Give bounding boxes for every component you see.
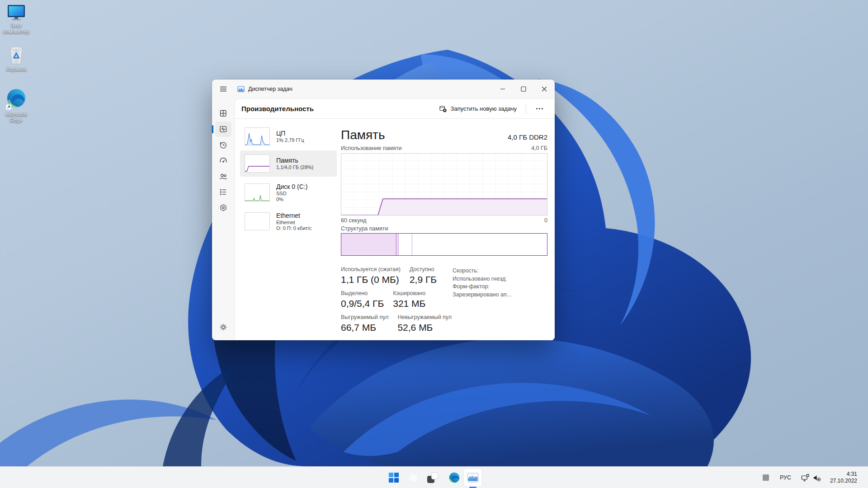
memory-capacity: 4,0 ГБ DDR2 (508, 132, 547, 142)
sidebar-item-startup-apps[interactable] (215, 153, 231, 169)
perf-item-name: Ethernet (276, 212, 311, 220)
page-header: Производительность Запустить новую задач… (235, 99, 555, 119)
minimize-icon (500, 86, 505, 92)
memory-composition-bar (341, 233, 547, 256)
composition-label: Структура памяти (341, 225, 388, 232)
disk-sparkline (245, 183, 270, 202)
ethernet-sparkline (245, 212, 270, 230)
task-view-button[interactable] (424, 469, 442, 487)
task-view-icon (427, 472, 439, 483)
memory-sparkline (245, 155, 270, 173)
memory-usage-graph (341, 153, 547, 216)
sidebar-item-processes[interactable] (215, 106, 231, 121)
close-icon (542, 86, 547, 92)
search-button[interactable] (404, 469, 422, 487)
menu-button[interactable] (216, 82, 231, 96)
stat-value: 0,9/5,4 ГБ (341, 298, 384, 310)
composition-segment-free (412, 234, 547, 255)
header-divider (526, 104, 526, 114)
info-label: Зарезервировано ап... (453, 291, 511, 299)
perf-item-cpu[interactable]: ЦП 1% 2,79 ГГц (240, 124, 337, 149)
clock[interactable]: 4:31 27.10.2022 (828, 469, 859, 486)
stat-value: 66,7 МБ (341, 322, 388, 333)
run-new-task-icon (439, 105, 447, 113)
run-new-task-label: Запустить новую задачу (451, 105, 517, 112)
sidebar-item-details[interactable] (215, 184, 231, 200)
graph-max-label: 4,0 ГБ (531, 145, 547, 151)
run-new-task-button[interactable]: Запустить новую задачу (434, 102, 521, 116)
more-options-icon (536, 108, 538, 109)
app-history-icon (219, 141, 228, 150)
perf-item-detail: 1,1/4,0 ГБ (28%) (276, 164, 313, 170)
perf-item-detail: SSD (276, 191, 307, 197)
clock-time: 4:31 (830, 471, 857, 478)
axis-right-label: 0 (544, 217, 547, 224)
edge-taskbar-button[interactable] (445, 469, 463, 487)
info-label: Форм-фактор: (453, 283, 511, 291)
perf-item-detail: О: 0 П: 0 кбит/с (276, 225, 311, 231)
memory-detail-pane: Память 4,0 ГБ DDR2 Использование памяти … (341, 119, 547, 340)
edge-icon (448, 472, 460, 483)
clock-date: 27.10.2022 (830, 478, 857, 484)
hamburger-icon (219, 84, 228, 94)
language-indicator[interactable]: РУС (777, 473, 794, 483)
stat-label: Выгружаемый пул (341, 314, 388, 321)
stat-label: Выделено (341, 290, 384, 297)
task-manager-window: Диспетчер задач (212, 80, 555, 340)
perf-item-name: ЦП (276, 130, 304, 137)
perf-item-ethernet[interactable]: Ethernet Ethernet О: 0 П: 0 кбит/с (240, 207, 337, 235)
info-label: Скорость: (453, 267, 511, 275)
desktop: Этот компьютер Корзина (0, 0, 868, 488)
desktop-icon-label: Microsoft Edge (1, 112, 32, 123)
desktop-icon-recycle-bin[interactable]: Корзина (1, 45, 32, 72)
system-tray: РУС 4:31 27.10.2022 (760, 467, 859, 488)
startup-apps-icon (219, 156, 228, 165)
perf-item-detail: Ethernet (276, 220, 311, 225)
more-options-button[interactable] (531, 103, 548, 114)
memory-title: Память (341, 128, 385, 142)
recycle-bin-icon (1, 45, 32, 65)
stat-label: Невыгружаемый пул (397, 314, 452, 321)
task-manager-icon (467, 472, 479, 483)
this-pc-icon (1, 5, 32, 22)
tray-status-icons[interactable] (799, 472, 823, 483)
stat-value: 1,1 ГБ (0 МБ) (341, 274, 401, 286)
windows-start-icon (388, 472, 399, 483)
desktop-icon-this-pc[interactable]: Этот компьютер (1, 5, 32, 35)
perf-item-detail: 1% 2,79 ГГц (276, 137, 304, 143)
sidebar-item-settings[interactable] (215, 319, 231, 335)
stat-value: 321 МБ (393, 298, 425, 310)
perf-item-detail: 0% (276, 197, 307, 202)
task-manager-app-icon (237, 85, 245, 93)
start-button[interactable] (385, 469, 403, 487)
processes-icon (219, 109, 228, 118)
memory-stats: Используется (сжатая) 1,1 ГБ (0 МБ) Дост… (341, 266, 454, 338)
perf-item-disk[interactable]: Диск 0 (C:) SSD 0% (240, 178, 337, 206)
users-icon (219, 172, 228, 181)
sidebar-item-performance[interactable] (215, 122, 231, 137)
perf-item-memory[interactable]: Память 1,1/4,0 ГБ (28%) (240, 150, 337, 177)
volume-muted-icon (813, 474, 821, 482)
details-icon (219, 188, 228, 197)
perf-item-name: Память (276, 157, 313, 164)
tray-app-icon (763, 474, 769, 481)
close-button[interactable] (534, 80, 555, 99)
sidebar-item-app-history[interactable] (215, 137, 231, 153)
stat-label: Кэшировано (393, 290, 425, 297)
sidebar-item-services[interactable] (215, 200, 231, 216)
minimize-button[interactable] (492, 80, 513, 99)
maximize-button[interactable] (513, 80, 534, 99)
search-icon (409, 474, 417, 482)
titlebar[interactable]: Диспетчер задач (212, 80, 555, 99)
page-title: Производительность (241, 105, 314, 113)
taskbar: РУС 4:31 27.10.2022 (0, 466, 868, 488)
composition-segment-in-use (341, 234, 396, 255)
memory-hardware-info: Скорость: Использовано гнезд: Форм-факто… (453, 267, 511, 299)
maximize-icon (521, 86, 526, 92)
sidebar-item-users[interactable] (215, 169, 231, 184)
tray-app-button[interactable] (760, 471, 772, 484)
edge-icon (1, 89, 32, 110)
task-manager-taskbar-button[interactable] (464, 469, 482, 487)
stat-value: 2,9 ГБ (410, 274, 437, 286)
desktop-icon-edge[interactable]: Microsoft Edge (1, 89, 32, 123)
